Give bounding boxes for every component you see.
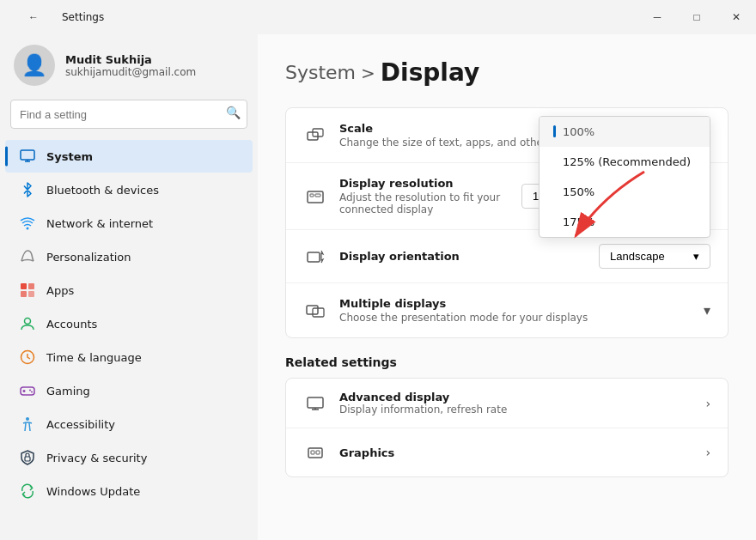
sidebar-item-accounts[interactable]: Accounts (5, 307, 253, 340)
resolution-icon (303, 185, 327, 209)
advanced-display-chevron-right-icon: › (705, 397, 710, 410)
breadcrumb-current: Display (381, 58, 479, 87)
svg-point-8 (25, 319, 31, 325)
search-input[interactable] (10, 100, 247, 129)
sidebar-item-privacy-label: Privacy & security (46, 452, 147, 464)
svg-rect-5 (28, 283, 34, 289)
graphics-row[interactable]: Graphics › (286, 428, 728, 476)
svg-point-15 (26, 417, 29, 421)
settings-card-main: Scale Change the size of text, apps, and… (285, 107, 729, 338)
sidebar-item-personalization[interactable]: Personalization (5, 240, 253, 273)
user-name: Mudit Sukhija (65, 53, 196, 66)
bluetooth-icon (19, 181, 36, 198)
svg-rect-19 (308, 191, 323, 203)
svg-rect-0 (21, 150, 34, 160)
svg-rect-29 (311, 451, 314, 454)
scale-dropdown-wrap: 100% ▾ 100% 125% (Rec (607, 123, 710, 149)
scale-dropdown-popup: 100% 125% (Recommended) 150% (539, 116, 710, 238)
multiple-displays-row: Multiple displays Choose the presentatio… (286, 283, 728, 337)
app-body: 👤 Mudit Sukhija sukhijamudit@gmail.com 🔍 (0, 34, 756, 540)
svg-point-14 (31, 391, 33, 393)
scale-control: 100% ▾ 100% 125% (Rec (607, 123, 710, 149)
sidebar-item-personalization-label: Personalization (46, 251, 131, 264)
svg-rect-28 (308, 448, 322, 458)
multiple-displays-expand-button[interactable]: ▾ (704, 302, 710, 319)
svg-rect-20 (310, 194, 314, 197)
svg-rect-10 (21, 387, 34, 395)
resolution-text: Display resolution Adjust the resolution… (339, 177, 521, 215)
sidebar-item-bluetooth[interactable]: Bluetooth & devices (5, 173, 253, 206)
maximize-button[interactable]: □ (677, 0, 716, 34)
scale-option-100[interactable]: 100% (540, 117, 710, 147)
graphics-icon (303, 440, 327, 464)
titlebar-left: ← Settings (14, 0, 104, 34)
breadcrumb: System > Display (285, 58, 729, 87)
sidebar-item-accounts-label: Accounts (46, 318, 97, 331)
gaming-icon (19, 382, 36, 399)
advanced-display-label: Advanced display (339, 391, 705, 403)
breadcrumb-parent: System (285, 62, 356, 83)
sidebar-item-apps[interactable]: Apps (5, 274, 253, 306)
svg-rect-16 (25, 457, 30, 461)
search-container: 🔍 (0, 100, 258, 139)
sidebar-item-bluetooth-label: Bluetooth & devices (46, 184, 159, 197)
titlebar: ← Settings ─ □ ✕ (0, 0, 756, 34)
sidebar-item-network[interactable]: Network & internet (5, 207, 253, 240)
sidebar-item-system[interactable]: System (5, 140, 253, 173)
svg-point-3 (27, 228, 29, 230)
orientation-current-value: Landscape (610, 250, 665, 263)
sidebar-item-gaming-label: Gaming (46, 385, 90, 397)
related-settings-title: Related settings (285, 355, 729, 369)
network-icon (19, 215, 36, 232)
sidebar-item-update[interactable]: Windows Update (5, 475, 253, 507)
breadcrumb-separator: > (361, 63, 375, 83)
avatar: 👤 (14, 45, 55, 86)
advanced-display-description: Display information, refresh rate (339, 403, 705, 416)
content-area: System > Display Scale Change the size o… (258, 34, 756, 540)
update-icon (19, 482, 36, 500)
svg-rect-30 (316, 451, 320, 454)
svg-rect-4 (21, 283, 27, 289)
sidebar-item-accessibility[interactable]: Accessibility (5, 408, 253, 440)
sidebar-item-time-label: Time & language (46, 351, 142, 364)
sidebar-item-privacy[interactable]: Privacy & security (5, 441, 253, 474)
close-button[interactable]: ✕ (716, 0, 756, 34)
resolution-description: Adjust the resolution to fit your connec… (339, 191, 521, 215)
svg-rect-6 (21, 291, 27, 297)
minimize-button[interactable]: ─ (637, 0, 677, 34)
sidebar-item-apps-label: Apps (46, 284, 74, 297)
scale-option-125[interactable]: 125% (Recommended) (540, 147, 710, 177)
orientation-dropdown-button[interactable]: Landscape ▾ (599, 244, 710, 269)
advanced-display-row[interactable]: Advanced display Display information, re… (286, 379, 728, 428)
svg-rect-25 (308, 397, 323, 408)
orientation-control: Landscape ▾ (599, 244, 710, 269)
sidebar-item-system-label: System (46, 150, 93, 163)
scale-row: Scale Change the size of text, apps, and… (286, 108, 728, 163)
multiple-displays-icon (303, 299, 327, 323)
scale-option-175[interactable]: 175% (540, 207, 710, 237)
sidebar-item-gaming[interactable]: Gaming (5, 374, 253, 407)
titlebar-controls: ─ □ ✕ (637, 0, 756, 34)
svg-rect-22 (308, 252, 320, 262)
orientation-text: Display orientation (339, 250, 599, 263)
accessibility-icon (19, 416, 36, 433)
back-button[interactable]: ← (14, 0, 53, 34)
graphics-chevron-right-icon: › (705, 446, 710, 459)
sidebar-item-time[interactable]: Time & language (5, 341, 253, 373)
scale-option-150[interactable]: 150% (540, 177, 710, 207)
sidebar-item-update-label: Windows Update (46, 485, 140, 498)
time-icon (19, 349, 36, 366)
user-profile[interactable]: 👤 Mudit Sukhija sukhijamudit@gmail.com (0, 34, 258, 100)
graphics-label: Graphics (339, 446, 705, 459)
orientation-chevron-down-icon: ▾ (693, 250, 699, 263)
sidebar: 👤 Mudit Sukhija sukhijamudit@gmail.com 🔍 (0, 34, 258, 540)
titlebar-title: Settings (62, 11, 104, 23)
resolution-label: Display resolution (339, 177, 521, 190)
graphics-text: Graphics (339, 446, 705, 459)
multiple-displays-text: Multiple displays Choose the presentatio… (339, 297, 704, 324)
svg-rect-7 (28, 291, 34, 297)
system-icon (19, 148, 36, 165)
privacy-icon (19, 449, 36, 466)
orientation-label: Display orientation (339, 250, 599, 263)
sidebar-item-accessibility-label: Accessibility (46, 418, 115, 431)
